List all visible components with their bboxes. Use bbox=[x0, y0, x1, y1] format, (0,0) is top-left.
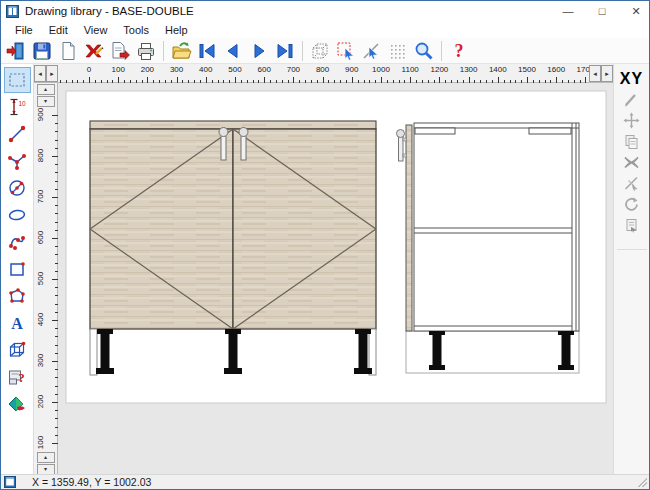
pen-icon bbox=[623, 91, 640, 108]
tool-dimension[interactable]: 10 bbox=[4, 94, 31, 120]
view-3d-button[interactable] bbox=[307, 39, 333, 63]
text-icon: A bbox=[7, 313, 27, 333]
magnifier-icon bbox=[413, 40, 435, 62]
ruler-label: 0 bbox=[76, 65, 102, 74]
next-record-button[interactable] bbox=[246, 39, 272, 63]
tool-line[interactable] bbox=[4, 121, 31, 147]
panel-draw-button[interactable] bbox=[620, 90, 644, 109]
scroll-up-button[interactable]: ▴ bbox=[37, 84, 55, 95]
rotate-icon bbox=[623, 196, 640, 213]
status-bar: X = 1359.49, Y = 1002.03 bbox=[1, 474, 649, 489]
save-button[interactable] bbox=[29, 39, 55, 63]
scroll-right-button[interactable]: ▸ bbox=[601, 65, 613, 82]
curve-icon bbox=[7, 232, 27, 252]
exit-door-icon bbox=[5, 40, 27, 62]
delete-button[interactable] bbox=[81, 39, 107, 63]
scroll-down-button[interactable]: ▾ bbox=[37, 96, 55, 107]
scroll-left-button[interactable]: ◂ bbox=[589, 65, 601, 82]
polyline-icon bbox=[7, 151, 27, 171]
ruler-label: 1100 bbox=[397, 65, 423, 74]
menu-item-edit[interactable]: Edit bbox=[41, 23, 76, 37]
trim-icon bbox=[623, 175, 640, 192]
copy-page-icon bbox=[109, 40, 131, 62]
ruler-label: 1000 bbox=[368, 65, 394, 74]
snap-button[interactable] bbox=[359, 39, 385, 63]
ruler-label: 900 bbox=[339, 65, 365, 74]
ruler-label: 1600 bbox=[543, 65, 569, 74]
right-panel: XY bbox=[613, 64, 649, 474]
grid-button[interactable] bbox=[385, 39, 411, 63]
open-button[interactable] bbox=[168, 39, 194, 63]
menu-item-tools[interactable]: Tools bbox=[115, 23, 157, 37]
menu-bar: FileEditViewToolsHelp bbox=[1, 21, 649, 38]
select-points-icon bbox=[335, 40, 357, 62]
maximize-button[interactable]: □ bbox=[595, 1, 609, 21]
panel-delete-button[interactable] bbox=[620, 153, 644, 172]
toolbar-separator bbox=[163, 41, 164, 61]
app-icon bbox=[6, 5, 19, 18]
help-button[interactable]: ? bbox=[446, 39, 472, 63]
resize-grip[interactable] bbox=[637, 477, 647, 487]
copy-button[interactable] bbox=[107, 39, 133, 63]
scroll-right-button[interactable]: ▸ bbox=[46, 65, 58, 82]
grid-icon bbox=[387, 40, 409, 62]
last-record-button[interactable] bbox=[272, 39, 298, 63]
coordinate-readout: X = 1359.49, Y = 1002.03 bbox=[32, 476, 151, 488]
previous-record-button[interactable] bbox=[220, 39, 246, 63]
select-points-button[interactable] bbox=[333, 39, 359, 63]
ruler-label: 800 bbox=[36, 143, 45, 169]
menu-item-help[interactable]: Help bbox=[157, 23, 196, 37]
ruler-label: 400 bbox=[193, 65, 219, 74]
print-button[interactable] bbox=[133, 39, 159, 63]
drawing-svg[interactable] bbox=[58, 83, 613, 474]
tool-drawing-form[interactable]: ? bbox=[4, 364, 31, 390]
tool-ellipse[interactable] bbox=[4, 202, 31, 228]
ruler-label: 600 bbox=[251, 65, 277, 74]
ellipse-icon bbox=[7, 205, 27, 225]
tool-curve[interactable] bbox=[4, 229, 31, 255]
minimize-button[interactable]: — bbox=[561, 1, 575, 21]
tool-rectangle[interactable] bbox=[4, 256, 31, 282]
menu-item-file[interactable]: File bbox=[7, 23, 41, 37]
ruler-label: 700 bbox=[36, 184, 45, 210]
tool-polyline[interactable] bbox=[4, 148, 31, 174]
tool-polygon[interactable] bbox=[4, 283, 31, 309]
zoom-button[interactable] bbox=[411, 39, 437, 63]
panel-trim-button[interactable] bbox=[620, 174, 644, 193]
new-page-icon bbox=[57, 40, 79, 62]
ruler-label: 1500 bbox=[514, 65, 540, 74]
ruler-label: 1200 bbox=[426, 65, 452, 74]
first-record-button[interactable] bbox=[194, 39, 220, 63]
panel-copy-button[interactable] bbox=[620, 132, 644, 151]
svg-text:10: 10 bbox=[18, 100, 26, 107]
ruler-label: 300 bbox=[36, 348, 45, 374]
new-button[interactable] bbox=[55, 39, 81, 63]
select-icon bbox=[7, 70, 27, 90]
help-icon: ? bbox=[448, 40, 470, 62]
snap-line-icon bbox=[361, 40, 383, 62]
menu-item-view[interactable]: View bbox=[76, 23, 116, 37]
delete-cross-icon bbox=[83, 40, 105, 62]
tool-circle[interactable] bbox=[4, 175, 31, 201]
panel-apply-button[interactable] bbox=[620, 216, 644, 235]
tool-fill[interactable] bbox=[4, 391, 31, 417]
ruler-label: 200 bbox=[36, 389, 45, 415]
close-button[interactable]: ✕ bbox=[629, 1, 643, 21]
panel-move-button[interactable] bbox=[620, 111, 644, 130]
ruler-label: 700 bbox=[280, 65, 306, 74]
tool-box-3d[interactable] bbox=[4, 337, 31, 363]
toolbar-separator bbox=[441, 41, 442, 61]
tool-select[interactable] bbox=[4, 67, 31, 93]
wireframe-cube-icon bbox=[309, 40, 331, 62]
panel-rotate-button[interactable] bbox=[620, 195, 644, 214]
scroll-left-button[interactable]: ◂ bbox=[34, 65, 46, 82]
main-toolbar: ? bbox=[1, 38, 649, 64]
last-icon bbox=[274, 40, 296, 62]
exit-button[interactable] bbox=[3, 39, 29, 63]
tool-text[interactable]: A bbox=[4, 310, 31, 336]
drawing-canvas[interactable] bbox=[58, 83, 613, 474]
ruler-label: 500 bbox=[36, 266, 45, 292]
scroll-up-button[interactable]: ▴ bbox=[37, 452, 55, 463]
ruler-label: 300 bbox=[164, 65, 190, 74]
apply-page-icon bbox=[623, 217, 640, 234]
